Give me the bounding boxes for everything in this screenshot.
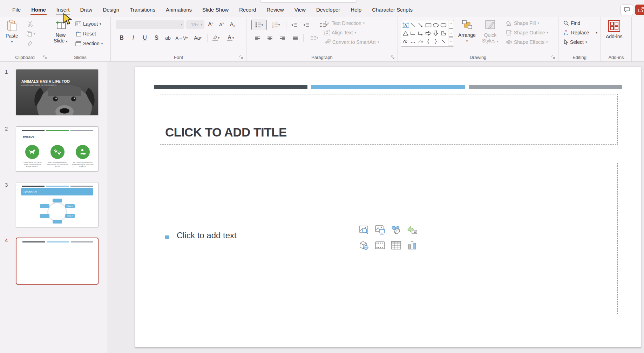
text-direction-button[interactable]: A Text Direction▾ — [324, 20, 365, 26]
decrease-font-size-button[interactable]: A˅ — [217, 20, 226, 29]
body-placeholder[interactable]: Click to add text — [160, 163, 618, 314]
increase-font-size-button[interactable]: A˄ — [206, 20, 215, 29]
shape-line[interactable] — [410, 22, 416, 28]
font-name-combobox[interactable]: ▾ — [116, 20, 184, 29]
font-color-button[interactable]: A ▾ — [224, 34, 236, 42]
paste-button[interactable]: Paste ▾ — [6, 20, 18, 44]
strikethrough-button[interactable]: ab — [163, 34, 172, 42]
tab-help[interactable]: Help — [347, 5, 365, 16]
insert-icons-button[interactable] — [391, 224, 402, 235]
shape-elbow-arrow-connector[interactable] — [418, 31, 423, 36]
shape-down-arrow[interactable] — [433, 31, 438, 36]
slide-4-thumbnail[interactable] — [16, 238, 99, 285]
slide-1-subtitle: A DOCUMENTARY BASED ON TRUE INCIDENTS — [21, 84, 56, 86]
search-box-remnant[interactable] — [260, 0, 357, 3]
bullets-button[interactable]: ▾ — [251, 20, 267, 30]
shape-left-brace[interactable] — [427, 39, 430, 44]
tab-design[interactable]: Design — [99, 5, 123, 16]
shape-curve[interactable] — [418, 39, 423, 44]
decrease-indent-button[interactable] — [289, 21, 299, 29]
change-case-button[interactable]: Aa▾ — [191, 34, 205, 42]
shape-arrow[interactable] — [418, 22, 423, 28]
shape-rectangle[interactable] — [425, 23, 432, 28]
shape-oval[interactable] — [433, 23, 439, 28]
drawing-dialog-launcher[interactable] — [551, 55, 556, 60]
tab-developer[interactable]: Developer — [312, 5, 344, 16]
tab-animations[interactable]: Animations — [162, 5, 196, 16]
font-dialog-launcher[interactable] — [239, 55, 244, 60]
quick-styles-button[interactable]: Quick Styles ▾ — [482, 20, 499, 44]
paragraph-dialog-launcher[interactable] — [391, 55, 395, 60]
increase-indent-button[interactable] — [301, 21, 311, 29]
shapes-more-button[interactable]: ≂ — [449, 38, 453, 46]
numbering-button[interactable]: 1 2 3 ▾ — [268, 20, 284, 30]
tab-slide-show[interactable]: Slide Show — [198, 5, 232, 16]
shape-right-arrow[interactable] — [425, 31, 432, 36]
layout-button[interactable]: Layout▾ — [75, 21, 101, 27]
tab-file[interactable]: File — [8, 5, 25, 16]
shape-rounded-rectangle[interactable] — [440, 23, 447, 28]
shape-right-brace[interactable] — [434, 39, 438, 44]
shape-line-2[interactable] — [441, 39, 446, 44]
shape-scribble[interactable] — [403, 39, 408, 44]
tab-home[interactable]: Home — [27, 5, 50, 16]
clipboard-dialog-launcher[interactable] — [43, 55, 48, 60]
tab-view[interactable]: View — [291, 5, 310, 16]
shapes-scroll-up[interactable]: ⌃ — [448, 20, 454, 28]
insert-3d-models-button[interactable] — [358, 240, 370, 251]
insert-stock-images-button[interactable] — [358, 224, 370, 235]
title-placeholder[interactable]: CLICK TO ADD TITLE — [160, 94, 618, 145]
section-button[interactable]: Section▾ — [75, 41, 103, 46]
insert-video-button[interactable] — [374, 240, 386, 251]
align-left-button[interactable] — [253, 34, 262, 42]
tab-draw[interactable]: Draw — [76, 5, 96, 16]
clear-formatting-button[interactable]: A◊ — [228, 20, 237, 29]
shape-triangle[interactable] — [403, 31, 408, 36]
text-shadow-button[interactable]: S — [152, 34, 161, 42]
tab-character-scripts[interactable]: Character Scripts — [368, 5, 416, 16]
addins-button[interactable]: Add-ins — [606, 20, 622, 39]
insert-smartart-button[interactable] — [407, 224, 418, 235]
shape-text-box[interactable]: A — [402, 22, 409, 28]
insert-table-button[interactable] — [391, 240, 402, 251]
shape-arc[interactable] — [410, 39, 416, 44]
insert-pictures-button[interactable] — [374, 224, 386, 235]
replace-button[interactable]: b c Replace▾ — [563, 30, 597, 35]
shape-elbow-connector[interactable] — [410, 31, 416, 36]
tab-review[interactable]: Review — [263, 5, 288, 16]
shapes-scroll-down[interactable]: ⌄ — [449, 28, 453, 37]
bold-button[interactable]: B — [117, 34, 126, 42]
copy-button[interactable]: ▾ — [26, 31, 35, 36]
shape-fill-button[interactable]: Shape Fill▾ — [506, 20, 539, 26]
shapes-gallery[interactable]: A — [401, 20, 454, 47]
shape-outline-button[interactable]: Shape Outline▾ — [506, 30, 548, 35]
align-center-button[interactable] — [265, 34, 274, 42]
font-size-combobox[interactable]: 18+▾ — [186, 20, 204, 29]
convert-to-smartart-button[interactable]: Convert to SmartArt▾ — [324, 39, 379, 45]
align-right-button[interactable] — [278, 34, 287, 42]
columns-button[interactable]: ▾ — [307, 34, 321, 42]
select-button[interactable]: Select▾ — [563, 39, 587, 45]
slide-1-thumbnail[interactable]: ANIMALS HAS A LIFE TOO A DOCUMENTARY BAS… — [16, 69, 99, 115]
italic-button[interactable]: I — [129, 34, 138, 42]
character-spacing-button[interactable]: A↔V▾ — [175, 34, 188, 42]
format-painter-button[interactable] — [27, 41, 33, 46]
arrange-button[interactable]: Arrange ▾ — [458, 20, 476, 43]
tab-transitions[interactable]: Transitions — [126, 5, 159, 16]
underline-button[interactable]: U — [140, 34, 149, 42]
shape-corner[interactable] — [441, 31, 446, 36]
align-text-button[interactable]: Align Text▾ — [324, 30, 356, 35]
slide-2-thumbnail[interactable]: BREEDS — [16, 126, 99, 172]
find-button[interactable]: Find — [563, 20, 580, 26]
current-slide[interactable]: CLICK TO ADD TITLE Click to add text — [135, 67, 641, 348]
find-icon — [563, 20, 569, 26]
reset-button[interactable]: Reset — [75, 31, 96, 36]
shape-effects-button[interactable]: Shape Effects▾ — [506, 39, 548, 45]
insert-chart-button[interactable] — [407, 240, 418, 251]
cut-button[interactable] — [27, 21, 33, 27]
slide-3-thumbnail[interactable]: SmartArt Step 1 Step 2 — [16, 182, 99, 227]
shapes-gallery-scrollbar[interactable]: ⌃ ⌄ ≂ — [448, 20, 454, 46]
text-highlight-color-button[interactable]: ▾ — [210, 34, 222, 42]
justify-button[interactable] — [291, 34, 300, 42]
tab-record[interactable]: Record — [235, 5, 260, 16]
